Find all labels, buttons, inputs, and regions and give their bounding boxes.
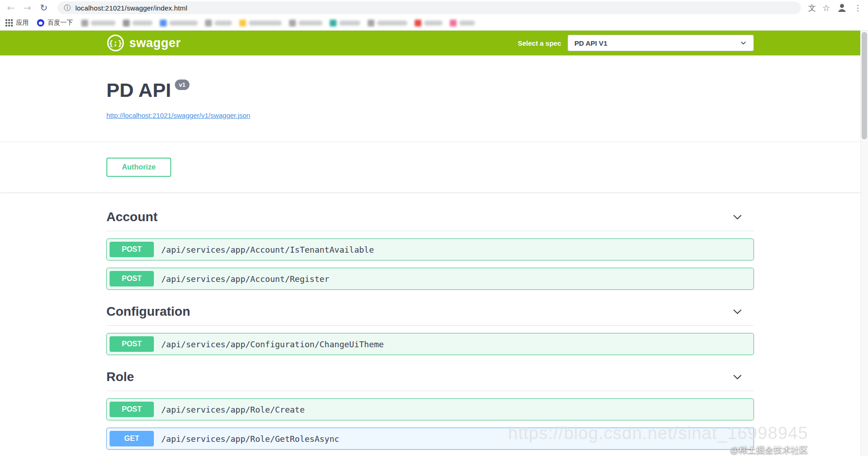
bookmark-label: 百度一下 [47,19,73,27]
browser-toolbar: ← → ↻ ⓘ localhost:21021/swagger/index.ht… [0,0,868,16]
api-title: PD API [106,79,171,101]
method-badge-get: GET [110,431,154,446]
bookmark-label-blurred [215,21,232,26]
operation-post-row[interactable]: POST/api/services/app/Role/Create [106,398,754,420]
refresh-icon[interactable]: ↻ [37,1,50,14]
chevron-down-icon[interactable] [731,305,754,318]
bookmark-apps[interactable]: 应用 [5,19,29,27]
operation-path: /api/services/app/Role/GetRolesAsync [161,434,339,444]
method-badge-post: POST [110,402,154,417]
bookmark-favicon-icon [415,20,421,27]
url-text[interactable]: localhost:21021/swagger/index.html [75,4,187,12]
api-info-section: PD APIv1 http://localhost:21021/swagger/… [0,55,860,142]
scrollbar-thumb[interactable] [862,32,867,139]
operation-post-row[interactable]: POST/api/services/app/Account/IsTenantAv… [106,239,754,260]
section-header-role[interactable]: Role [106,365,754,391]
bookmark-item-blurred[interactable] [368,20,407,27]
section-title: Configuration [106,304,190,319]
operation-path: /api/services/app/Account/Register [161,274,329,284]
bookmark-favicon-icon [81,20,88,27]
swagger-topbar: {;} swagger Select a spec PD API V1 [0,31,860,55]
chevron-down-icon[interactable] [731,211,754,223]
profile-avatar-icon[interactable] [836,2,847,13]
bookmark-favicon-icon [450,20,457,27]
bookmark-item-blurred[interactable] [160,20,198,27]
select-spec-label: Select a spec [518,39,561,47]
bookmark-favicon-icon [330,20,337,27]
section-title: Role [106,370,134,384]
blurred-bookmarks [81,20,475,27]
operation-path: /api/services/app/Role/Create [161,405,305,414]
operation-get-row[interactable]: GET/api/services/app/Role/GetRolesAsync [106,428,754,450]
baidu-favicon-icon [37,19,44,27]
bookmark-label-blurred [91,21,116,26]
method-badge-post: POST [110,271,154,286]
bookmark-baidu[interactable]: 百度一下 [37,19,73,27]
operation-post-row[interactable]: POST/api/services/app/Account/Register [106,268,754,290]
operation-post-row[interactable]: POST/api/services/app/Configuration/Chan… [106,333,754,355]
bookmark-item-blurred[interactable] [123,20,153,27]
api-section-configuration: ConfigurationPOST/api/services/app/Confi… [106,300,754,355]
bookmark-label-blurred [459,21,475,26]
bookmark-label-blurred [299,21,322,26]
bookmark-item-blurred[interactable] [205,20,232,27]
bookmark-favicon-icon [160,20,167,27]
browser-actions: 文 ☆ ⋮ [808,2,863,13]
translate-icon[interactable]: 文 [808,4,816,12]
bookmark-item-blurred[interactable] [81,20,116,27]
section-header-configuration[interactable]: Configuration [106,300,754,326]
api-section-account: AccountPOST/api/services/app/Account/IsT… [106,205,754,290]
swagger-logo-text: swagger [129,36,181,50]
bookmark-label-blurred [249,21,282,26]
bookmark-label: 应用 [16,19,29,27]
bookmark-label-blurred [424,21,442,26]
bookmarks-bar: 应用 百度一下 [0,16,868,31]
browser-menu-icon[interactable]: ⋮ [854,4,862,12]
operation-path: /api/services/app/Account/IsTenantAvaila… [161,245,374,255]
bookmark-label-blurred [169,21,198,26]
scheme-container: Authorize [0,142,860,192]
swagger-page: {;} swagger Select a spec PD API V1 PD A… [0,31,860,456]
bookmark-item-blurred[interactable] [415,20,442,27]
bookmark-label-blurred [132,21,153,26]
swagger-logo: {;} swagger [106,34,181,52]
bookmark-label-blurred [339,21,360,26]
chevron-down-icon[interactable] [731,371,754,383]
bookmark-favicon-icon [123,20,130,27]
method-badge-post: POST [110,242,154,257]
version-badge: v1 [175,80,189,90]
bookmark-favicon-icon [205,20,212,27]
method-badge-post: POST [110,336,154,352]
authorize-button[interactable]: Authorize [106,158,171,177]
swagger-logo-icon: {;} [106,34,125,52]
forward-icon[interactable]: → [21,1,34,14]
page-scrollbar[interactable] [860,31,868,456]
spec-json-link[interactable]: http://localhost:21021/swagger/v1/swagge… [106,111,250,119]
bookmark-favicon-icon [239,20,246,27]
api-section-role: RolePOST/api/services/app/Role/CreateGET… [106,365,754,456]
operations-container: AccountPOST/api/services/app/Account/IsT… [106,192,754,456]
spec-select[interactable]: PD API V1 [568,35,754,51]
address-bar[interactable]: ⓘ localhost:21021/swagger/index.html [58,1,801,14]
bookmark-star-icon[interactable]: ☆ [822,4,830,12]
bookmark-label-blurred [377,21,407,26]
bookmark-item-blurred[interactable] [289,20,322,27]
chevron-down-icon [740,39,747,47]
spec-select-value: PD API V1 [574,39,607,47]
bookmark-favicon-icon [289,20,296,27]
operation-path: /api/services/app/Configuration/ChangeUi… [161,339,384,349]
bookmark-item-blurred[interactable] [450,20,475,27]
bookmark-item-blurred[interactable] [239,20,282,27]
bookmark-favicon-icon [368,20,374,27]
back-icon[interactable]: ← [5,1,17,14]
section-header-account[interactable]: Account [106,205,754,231]
bookmark-item-blurred[interactable] [330,20,360,27]
apps-grid-icon [5,19,13,27]
section-title: Account [106,210,158,224]
svg-text:{;}: {;} [109,39,122,48]
site-info-icon[interactable]: ⓘ [64,4,71,12]
